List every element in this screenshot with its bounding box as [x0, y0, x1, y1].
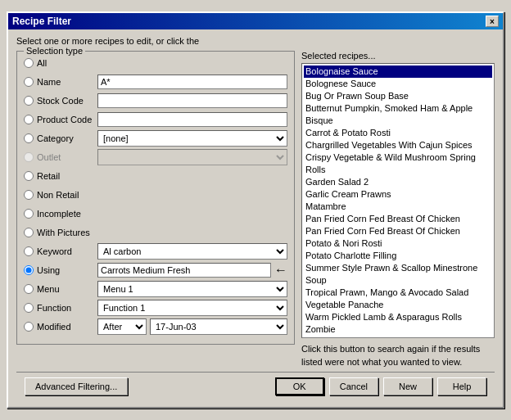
radio-menu-input[interactable] [24, 284, 34, 294]
radio-modified[interactable]: Modified [24, 322, 97, 332]
modified-date-select[interactable]: 17-Jun-03 [150, 318, 287, 335]
radio-using-label: Using [37, 265, 60, 275]
row-using: Using ← [24, 262, 287, 278]
description-text: Select one or more recipes to edit, or c… [16, 36, 495, 46]
radio-using[interactable]: Using [24, 265, 97, 275]
list-item[interactable]: Warm Pickled Lamb & Asparagus Rolls [304, 311, 492, 323]
radio-category-label: Category [37, 133, 74, 143]
radio-name-input[interactable] [24, 77, 34, 87]
list-item[interactable]: Butternut Pumpkin, Smoked Ham & Apple Bi… [304, 102, 492, 127]
radio-stock-label: Stock Code [37, 96, 84, 106]
arrow-left-icon: ← [274, 263, 287, 278]
row-outlet: Outlet [24, 149, 287, 165]
menu-select[interactable]: Menu 1 Menu 2 [97, 281, 287, 297]
new-button[interactable]: New [383, 377, 432, 395]
radio-category[interactable]: Category [24, 133, 97, 143]
list-item[interactable]: Potato Charlotte Filling [304, 250, 492, 262]
radio-function[interactable]: Function [24, 303, 97, 313]
keyword-select[interactable]: Al carbon Other [97, 243, 287, 260]
radio-modified-label: Modified [37, 322, 71, 332]
radio-keyword[interactable]: Keyword [24, 246, 97, 256]
radio-function-label: Function [37, 303, 71, 313]
radio-incomplete[interactable]: Incomplete [24, 205, 287, 222]
radio-incomplete-label: Incomplete [37, 209, 81, 219]
selection-group-title: Selection type [24, 46, 85, 56]
list-item[interactable]: Garden Salad 2 [304, 176, 492, 188]
cancel-button[interactable]: Cancel [329, 377, 378, 395]
recipe-filter-dialog: Recipe Filter × Select one or more recip… [7, 11, 504, 409]
list-item[interactable]: Potato & Nori Rosti [304, 237, 492, 250]
radio-withpictures-label: With Pictures [37, 228, 90, 237]
list-item[interactable]: Crispy Vegetable & Wild Mushroom Spring … [304, 151, 492, 176]
radio-retail[interactable]: Retail [24, 168, 287, 184]
list-item[interactable]: Bolognese Sauce [304, 78, 492, 90]
list-item[interactable]: Matambre [304, 201, 492, 213]
radio-name-label: Name [37, 77, 61, 87]
list-item[interactable]: Pan Fried Corn Fed Breast Of Chicken [304, 225, 492, 237]
radio-stock-input[interactable] [24, 96, 34, 106]
recipe-list[interactable]: Bolognaise Sauce Bolognese Sauce Bug Or … [301, 63, 495, 338]
dialog-title: Recipe Filter [12, 16, 71, 27]
function-select[interactable]: Function 1 Function 2 [97, 300, 287, 316]
row-menu: Menu Menu 1 Menu 2 [24, 281, 287, 297]
radio-product-input[interactable] [24, 115, 34, 124]
radio-modified-input[interactable] [24, 322, 34, 332]
list-item[interactable]: Chargrilled Vegetables With Cajun Spices [304, 139, 492, 151]
selection-group: Selection type All Name [16, 51, 295, 345]
hint-text: Click this button to search again if the… [301, 343, 495, 368]
radio-all[interactable]: All [24, 55, 287, 71]
list-item[interactable]: Carrot & Potato Rosti [304, 127, 492, 139]
list-item[interactable]: Tropical Prawn, Mango & Avocado Salad [304, 287, 492, 299]
title-bar: Recipe Filter × [8, 13, 503, 29]
advanced-filtering-button[interactable]: Advanced Filtering... [25, 377, 128, 395]
left-panel: Selection type All Name [16, 51, 295, 368]
list-item[interactable]: Vegetable Panache [304, 299, 492, 311]
radio-withpictures-input[interactable] [24, 228, 34, 237]
radio-product-label: Product Code [37, 115, 92, 124]
ok-button[interactable]: OK [275, 377, 324, 395]
row-category: Category [none] Starter Main Dessert [24, 130, 287, 147]
radio-nonretail-label: Non Retail [37, 190, 79, 200]
list-item[interactable]: Garlic Cream Prawns [304, 188, 492, 201]
name-input[interactable] [97, 75, 287, 89]
radio-keyword-input[interactable] [24, 246, 34, 256]
radio-retail-label: Retail [37, 171, 60, 181]
radio-stock[interactable]: Stock Code [24, 96, 97, 106]
list-item[interactable]: Pan Fried Corn Fed Breast Of Chicken [304, 213, 492, 225]
radio-keyword-label: Keyword [37, 246, 72, 256]
radio-menu-label: Menu [37, 284, 60, 294]
modified-after-select[interactable]: After Before [97, 318, 147, 335]
radio-retail-input[interactable] [24, 171, 34, 181]
list-item[interactable]: Zombie [304, 323, 492, 336]
close-button[interactable]: × [486, 16, 499, 27]
row-keyword: Keyword Al carbon Other [24, 243, 287, 260]
radio-menu[interactable]: Menu [24, 284, 97, 294]
radio-outlet[interactable]: Outlet [24, 152, 97, 162]
list-item[interactable]: Bug Or Prawn Soup Base [304, 90, 492, 102]
list-item[interactable]: Bolognaise Sauce [304, 65, 492, 78]
product-input[interactable] [97, 112, 287, 127]
outlet-select [97, 149, 287, 165]
radio-outlet-label: Outlet [37, 152, 61, 162]
right-panel: Selected recipes... Bolognaise Sauce Bol… [301, 51, 495, 368]
using-input[interactable] [97, 263, 271, 278]
radio-category-input[interactable] [24, 133, 34, 143]
radio-product[interactable]: Product Code [24, 115, 97, 124]
radio-function-input[interactable] [24, 303, 34, 313]
radio-using-input[interactable] [24, 265, 34, 275]
radio-incomplete-input[interactable] [24, 209, 34, 219]
radio-all-label: All [37, 58, 47, 68]
row-function: Function Function 1 Function 2 [24, 300, 287, 316]
stock-input[interactable] [97, 93, 287, 108]
help-button[interactable]: Help [437, 377, 486, 395]
row-product: Product Code [24, 111, 287, 128]
list-item[interactable]: Summer Style Prawn & Scallop Minestrone … [304, 262, 492, 287]
radio-nonretail[interactable]: Non Retail [24, 187, 287, 203]
row-modified: Modified After Before 17-Jun-03 [24, 318, 287, 335]
radio-outlet-input [24, 152, 34, 162]
radio-name[interactable]: Name [24, 77, 97, 87]
category-select[interactable]: [none] Starter Main Dessert [97, 130, 287, 147]
radio-withpictures[interactable]: With Pictures [24, 224, 287, 241]
radio-all-input[interactable] [24, 58, 34, 68]
radio-nonretail-input[interactable] [24, 190, 34, 200]
